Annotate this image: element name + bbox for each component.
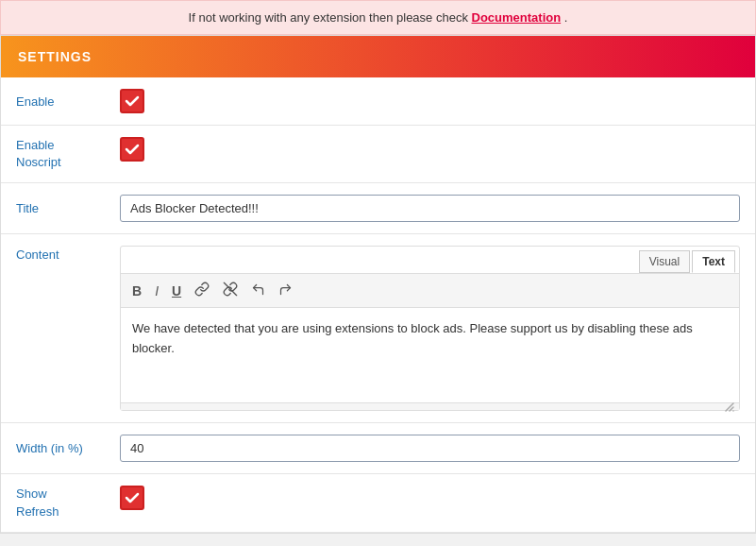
content-label: Content <box>1 234 105 423</box>
bold-button[interactable]: B <box>128 282 145 300</box>
content-row: Content Visual Text B I U <box>1 234 755 423</box>
title-input[interactable] <box>120 195 740 222</box>
settings-panel: SETTINGS Enable EnableNoscript <box>0 35 756 534</box>
enable-noscript-checkbox[interactable] <box>120 137 144 162</box>
tab-text[interactable]: Text <box>692 250 735 273</box>
notice-suffix: . <box>564 10 568 25</box>
title-input-cell <box>105 183 755 234</box>
enable-checkbox[interactable] <box>120 89 144 113</box>
link-button[interactable] <box>191 280 213 301</box>
enable-row: Enable <box>1 77 755 126</box>
notice-text: If not working with any extension then p… <box>189 10 472 25</box>
checkmark-icon <box>125 94 140 109</box>
enable-noscript-label: EnableNoscript <box>1 126 105 183</box>
checkmark-icon <box>125 142 140 157</box>
width-label: Width (in %) <box>1 423 105 474</box>
link-icon <box>194 282 210 297</box>
content-editor: Visual Text B I U <box>120 246 740 411</box>
enable-noscript-checkbox-cell <box>105 126 755 183</box>
editor-formatting-bar: B I U <box>121 273 739 308</box>
show-refresh-row: ShowRefresh <box>1 474 755 532</box>
resize-icon <box>724 401 735 413</box>
settings-header: SETTINGS <box>1 36 755 77</box>
undo-button[interactable] <box>247 281 269 301</box>
title-row: Title <box>1 183 755 234</box>
editor-resize-handle[interactable] <box>121 402 739 410</box>
unlink-icon <box>223 282 238 297</box>
show-refresh-checkbox[interactable] <box>120 486 144 510</box>
tab-visual[interactable]: Visual <box>639 250 690 273</box>
enable-noscript-row: EnableNoscript <box>1 126 755 183</box>
underline-button[interactable]: U <box>168 282 185 300</box>
notice-bar: If not working with any extension then p… <box>0 0 756 35</box>
redo-icon <box>278 282 293 297</box>
content-editor-cell: Visual Text B I U <box>105 234 755 423</box>
editor-body[interactable]: We have detected that you are using exte… <box>121 308 739 402</box>
redo-button[interactable] <box>275 281 296 301</box>
enable-checkbox-cell <box>105 77 755 126</box>
unlink-button[interactable] <box>219 280 242 301</box>
checkmark-icon <box>125 490 140 505</box>
show-refresh-label: ShowRefresh <box>1 474 105 532</box>
show-refresh-checkbox-cell <box>105 474 755 532</box>
width-row: Width (in %) <box>1 423 755 474</box>
documentation-link[interactable]: Documentation <box>472 10 562 25</box>
width-input-cell <box>105 423 755 474</box>
undo-icon <box>251 282 265 297</box>
width-input[interactable] <box>120 435 740 462</box>
editor-tab-bar: Visual Text <box>121 247 739 273</box>
settings-table: Enable EnableNoscript <box>1 77 755 533</box>
title-label: Title <box>1 183 105 234</box>
italic-button[interactable]: I <box>151 282 162 300</box>
enable-label: Enable <box>1 77 105 126</box>
